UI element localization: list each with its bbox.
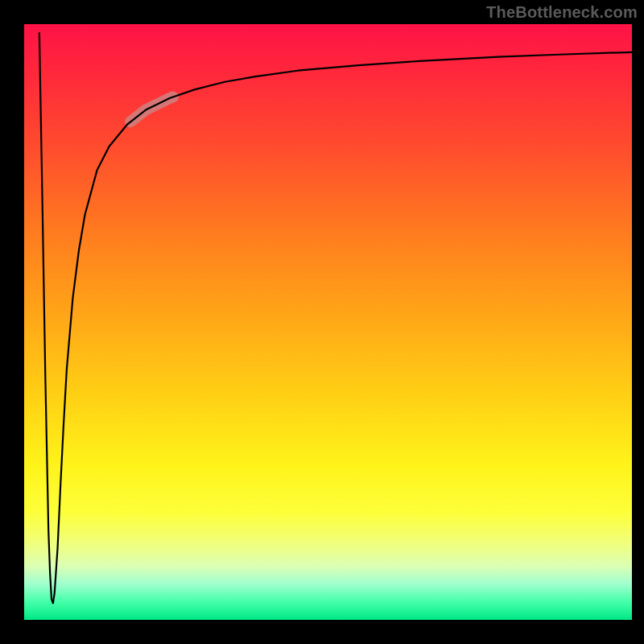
watermark-text: TheBottleneck.com bbox=[486, 3, 638, 22]
curve-highlight bbox=[130, 97, 173, 122]
chart-frame: TheBottleneck.com bbox=[0, 0, 644, 644]
chart-svg bbox=[24, 24, 632, 620]
plot-area bbox=[24, 24, 632, 620]
